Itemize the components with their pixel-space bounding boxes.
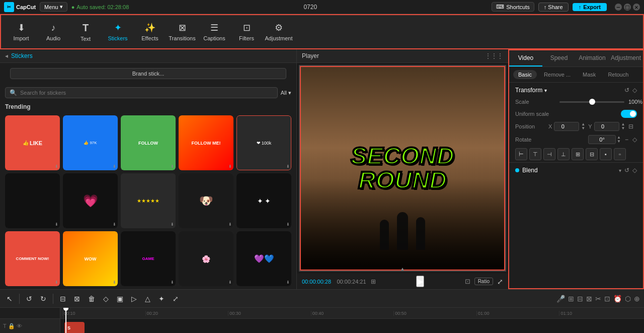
tool-filters[interactable]: ⊡ Filters <box>231 17 262 47</box>
sticker-hearts2[interactable]: 💜💙 ⬇ <box>236 231 291 286</box>
tl-undo-button[interactable]: ↺ <box>24 293 35 304</box>
transform-diamond-button[interactable]: ◇ <box>632 87 637 94</box>
sticker-sparkle[interactable]: ✦ ✦ ⬇ <box>236 173 291 228</box>
stickers-tab[interactable]: Stickers <box>11 52 33 59</box>
tl-sticker-tool[interactable]: ✦ <box>156 293 167 304</box>
export-button[interactable]: ↑ Export <box>573 3 607 11</box>
y-axis-label: Y <box>588 123 592 129</box>
tl-clock-icon[interactable]: ⏰ <box>613 295 622 303</box>
blend-diamond-button[interactable]: ◇ <box>632 167 637 174</box>
subtab-remove[interactable]: Remove ... <box>539 70 576 79</box>
tab-adjustment[interactable]: Adjustment <box>609 50 643 66</box>
sticker-comment[interactable]: COMMENT NOW! ⬇ <box>5 231 60 286</box>
align-left[interactable]: ⊢ <box>515 148 527 160</box>
window-controls: − □ × <box>615 4 640 11</box>
blend-reset-button[interactable]: ↺ <box>624 167 629 174</box>
x-stepper[interactable]: ▲▼ <box>581 122 585 130</box>
tab-speed[interactable]: Speed <box>542 50 576 66</box>
position-link-icon[interactable]: ⊟ <box>628 123 633 130</box>
tl-select-tool[interactable]: ↖ <box>4 293 15 304</box>
tl-delete-tool[interactable]: 🗑 <box>86 293 98 304</box>
align-center-v[interactable]: ⊞ <box>572 148 584 160</box>
share-button[interactable]: ↑ Share <box>538 3 569 12</box>
window-close[interactable]: × <box>633 4 640 11</box>
screenshot-icon[interactable]: ⊡ <box>465 278 470 285</box>
sticker-follow[interactable]: FOLLOW ⬇ <box>121 115 176 170</box>
tool-stickers[interactable]: ✦ Stickers <box>103 17 133 47</box>
tl-transform-tool[interactable]: ⤢ <box>170 293 181 304</box>
timeline-playhead[interactable] <box>65 308 66 333</box>
fullscreen-icon[interactable]: ⤢ <box>497 278 503 286</box>
rotate-minus-button[interactable]: − <box>625 136 628 143</box>
tl-link3-icon[interactable]: ⊠ <box>586 295 592 303</box>
window-maximize[interactable]: □ <box>624 4 631 11</box>
tl-lock1-icon[interactable]: 🔒 <box>8 323 15 329</box>
sticker-stars[interactable]: ★★★★★ ⬇ <box>121 173 176 228</box>
tool-adjustment[interactable]: ⚙ Adjustment <box>264 17 294 47</box>
tl-link1-icon[interactable]: ⊞ <box>568 295 574 303</box>
rotate-diamond-button[interactable]: ◇ <box>632 136 637 143</box>
tl-cut-icon[interactable]: ✂ <box>595 295 601 303</box>
tl-draw-tool[interactable]: △ <box>142 293 153 304</box>
grid-layout-icon[interactable]: ⊞ <box>371 278 376 285</box>
sticker-wow[interactable]: WOW ⬇ <box>63 231 118 286</box>
tl-mic-icon[interactable]: 🎤 <box>556 295 565 303</box>
align-center-h[interactable]: ⊤ <box>529 148 541 160</box>
tl-split-v-tool[interactable]: ⊠ <box>71 293 83 304</box>
sticker-dark1[interactable]: ⬇ <box>5 173 60 228</box>
sticker-like[interactable]: 👍LIKE ⬇ <box>5 115 60 170</box>
sticker-game[interactable]: GAME ⬇ <box>121 231 176 286</box>
tool-effects[interactable]: ✨ Effects <box>135 17 165 47</box>
align-top[interactable]: ⊥ <box>557 148 570 160</box>
align-dist-h[interactable]: ▪ <box>600 148 612 160</box>
subtab-mask[interactable]: Mask <box>578 70 601 79</box>
y-stepper[interactable]: ▲▼ <box>621 122 625 130</box>
rotate-input[interactable] <box>588 135 616 144</box>
tool-text[interactable]: T Text <box>70 17 101 47</box>
tool-captions[interactable]: ☰ Captions <box>199 17 229 47</box>
text-clip[interactable]: S <box>64 322 85 333</box>
tl-edit2-icon[interactable]: ⊡ <box>604 295 610 303</box>
position-x-input[interactable] <box>554 122 579 131</box>
sticker-100k[interactable]: ❤100k ⬇ <box>236 115 291 170</box>
tab-animation[interactable]: Animation <box>576 50 609 66</box>
shortcuts-button[interactable]: ⌨ Shortcuts <box>492 2 534 12</box>
tl-plus-circle-icon[interactable]: ⊕ <box>634 295 640 303</box>
rotate-stepper[interactable]: ▲▼ <box>617 136 621 144</box>
tool-audio[interactable]: ♪ Audio <box>38 17 68 47</box>
brand-stick-button[interactable]: Brand stick... <box>10 68 286 79</box>
ratio-button[interactable]: Ratio <box>474 278 493 285</box>
scale-slider[interactable] <box>559 101 624 103</box>
sticker-dog[interactable]: 🐶 ⬇ <box>179 173 233 228</box>
tl-shape-tool[interactable]: ◇ <box>101 293 111 304</box>
transform-reset-button[interactable]: ↺ <box>624 87 629 94</box>
sticker-97k[interactable]: 👍97K ⬇ <box>63 115 118 170</box>
sticker-heart[interactable]: 💗 ⬇ <box>63 173 118 228</box>
subtab-basic[interactable]: Basic <box>513 70 537 79</box>
tab-video[interactable]: Video <box>509 50 542 66</box>
tool-import[interactable]: ⬇ Import <box>6 17 36 47</box>
sticker-pink[interactable]: 🌸 ⬇ <box>179 231 233 286</box>
tl-play-from-tool[interactable]: ▷ <box>129 293 139 304</box>
sticker-followme[interactable]: FOLLOW ME! ⬇ <box>179 115 233 170</box>
play-button[interactable]: ▶ <box>416 276 424 287</box>
tl-redo-button[interactable]: ↻ <box>38 293 49 304</box>
tl-eye1-icon[interactable]: 👁 <box>17 323 22 329</box>
tl-crop-tool[interactable]: ▣ <box>114 293 126 304</box>
tool-transitions[interactable]: ⊠ Transitions <box>167 17 197 47</box>
align-right[interactable]: ⊣ <box>543 148 555 160</box>
position-y-input[interactable] <box>594 122 619 131</box>
window-minimize[interactable]: − <box>615 4 622 11</box>
align-dist-v[interactable]: ▫ <box>614 148 626 160</box>
tl-link2-icon[interactable]: ⊟ <box>577 295 583 303</box>
player-menu-icon[interactable]: ⋮⋮⋮ <box>485 52 503 59</box>
menu-button[interactable]: Menu ▾ <box>40 2 67 12</box>
align-bottom[interactable]: ⊟ <box>586 148 598 160</box>
tl-layers-icon[interactable]: ⬡ <box>625 295 631 303</box>
all-filter-button[interactable]: All ▾ <box>281 90 291 96</box>
tl-split-h-tool[interactable]: ⊟ <box>57 293 68 304</box>
search-input-wrap[interactable]: 🔍 <box>5 87 278 98</box>
search-input[interactable] <box>20 90 273 96</box>
uniform-scale-toggle[interactable] <box>621 110 637 118</box>
subtab-retouch[interactable]: Retouch <box>603 70 633 79</box>
